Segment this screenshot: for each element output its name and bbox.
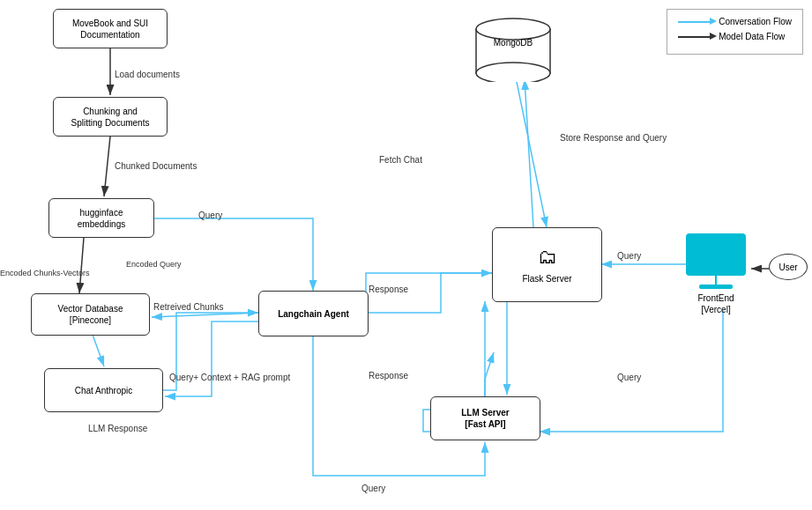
mongodb-node: MongoDB [473, 13, 554, 82]
query-huggingface-label: Query [198, 210, 222, 221]
svg-line-8 [104, 137, 110, 196]
user-label: User [778, 262, 797, 273]
movebook-node: MoveBook and SUI Documentation [53, 9, 168, 48]
svg-point-20 [476, 63, 550, 82]
store-response-label: Store Response and Query [560, 132, 667, 144]
fetch-chat-label: Fetch Chat [379, 154, 422, 166]
legend: Conversation Flow Model Data Flow [667, 9, 803, 55]
svg-line-14 [516, 78, 547, 227]
movebook-label: MoveBook and SUI Documentation [72, 18, 148, 41]
huggingface-label: hugginface embeddings [78, 207, 125, 230]
load-documents-label: Load documents [115, 69, 180, 80]
langchain-node: Langchain Agent [258, 291, 369, 336]
legend-conversation-label: Conversation Flow [719, 17, 792, 26]
llm-response-label: LLM Response [88, 423, 147, 434]
frontend-label: FrontEnd [Vercel] [697, 292, 734, 315]
response-llm-label: Response [369, 370, 408, 381]
query-frontend-label: Query [617, 250, 641, 262]
legend-conversation-flow: Conversation Flow [678, 17, 792, 26]
query-frontend-llm-label: Query [617, 372, 641, 383]
flask-server-node: 🗂 Flask Server [492, 227, 602, 302]
svg-line-10 [93, 335, 104, 366]
retrieved-chunks-label: Retreived Chunks [153, 301, 223, 313]
llm-server-label: LLM Server [Fast API] [461, 407, 509, 430]
encoded-chunks-label: Encoded Chunks-Vectors [0, 269, 90, 279]
query-bottom-label: Query [361, 483, 385, 494]
svg-line-9 [79, 238, 84, 293]
chat-anthropic-node: Chat Anthropic [44, 368, 163, 412]
chat-anthropic-label: Chat Anthropic [75, 385, 133, 396]
mongodb-label: MongoDB [473, 38, 554, 48]
svg-line-11 [152, 313, 260, 317]
user-node: User [769, 254, 808, 280]
chunking-node: Chunking and Splitting Documents [53, 97, 168, 137]
query-context-rag-label: Query+ Context + RAG prompt [169, 372, 290, 383]
response-flask-label: Response [369, 284, 408, 295]
vectordb-label: Vector Database [Pinecone] [58, 303, 123, 326]
flask-server-label: Flask Server [522, 273, 571, 285]
vectordb-node: Vector Database [Pinecone] [31, 293, 150, 336]
mongodb-svg [473, 13, 554, 82]
flask-icon: 🗂 [538, 245, 557, 270]
legend-model-flow: Model Data Flow [678, 32, 792, 41]
svg-line-15 [525, 79, 533, 227]
encoded-query-label: Encoded Query [126, 260, 182, 270]
frontend-node: FrontEnd [Vercel] [686, 233, 746, 315]
diagram-container: Conversation Flow Model Data Flow [0, 0, 812, 510]
huggingface-node: hugginface embeddings [48, 198, 154, 238]
chunked-documents-label: Chunked Documents [115, 160, 197, 172]
chunking-label: Chunking and Splitting Documents [71, 106, 150, 129]
langchain-label: Langchain Agent [278, 308, 349, 320]
llm-server-node: LLM Server [Fast API] [430, 396, 540, 440]
svg-point-19 [476, 18, 550, 40]
legend-model-label: Model Data Flow [719, 32, 785, 41]
